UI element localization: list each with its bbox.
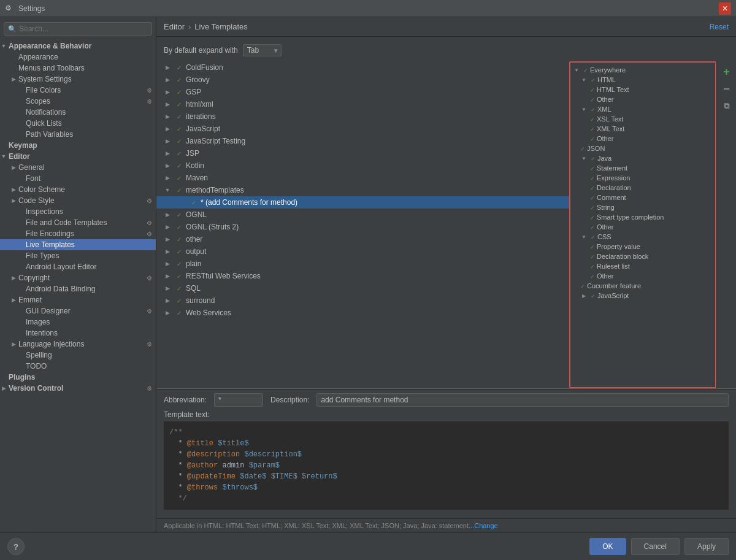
sidebar-item-font[interactable]: Font	[0, 173, 156, 184]
copy-template-button[interactable]: ⧉	[719, 98, 735, 114]
ap-css[interactable]: CSS	[570, 232, 715, 242]
checkbox-icon[interactable]	[190, 198, 198, 207]
ap-checkbox[interactable]	[590, 96, 595, 103]
ap-checkbox[interactable]	[590, 263, 595, 270]
sidebar-item-intentions[interactable]: Intentions	[0, 328, 156, 339]
checkbox-icon[interactable]	[175, 210, 183, 219]
checkbox-icon[interactable]	[175, 174, 183, 182]
search-box[interactable]: 🔍	[4, 22, 152, 36]
ap-checkbox[interactable]	[590, 204, 595, 211]
ap-xsl-text[interactable]: XSL Text	[570, 114, 715, 124]
ap-checkbox[interactable]	[580, 145, 585, 152]
sidebar-item-spelling[interactable]: Spelling	[0, 350, 156, 361]
ap-checkbox[interactable]	[590, 272, 595, 280]
ap-java-other[interactable]: Other	[570, 222, 715, 232]
checkbox-icon[interactable]	[175, 296, 183, 305]
sidebar-item-general[interactable]: General	[0, 162, 156, 173]
cancel-button[interactable]: Cancel	[631, 538, 680, 555]
sidebar-item-plugins[interactable]: Plugins	[0, 372, 156, 383]
ap-checkbox[interactable]	[590, 223, 595, 231]
sidebar-item-menus-toolbars[interactable]: Menus and Toolbars	[0, 63, 156, 74]
checkbox-icon[interactable]	[175, 272, 183, 280]
ap-cucumber[interactable]: Cucumber feature	[570, 281, 715, 291]
sidebar-item-appearance[interactable]: Appearance	[0, 52, 156, 63]
ap-expression[interactable]: Expression	[570, 173, 715, 183]
checkbox-icon[interactable]	[175, 309, 183, 317]
sidebar-item-code-style[interactable]: Code Style ⚙	[0, 195, 156, 206]
checkbox-icon[interactable]	[175, 75, 183, 84]
sidebar-item-appearance-behavior[interactable]: Appearance & Behavior	[0, 40, 156, 52]
sidebar-item-inspections[interactable]: Inspections	[0, 206, 156, 217]
sidebar-item-editor[interactable]: Editor	[0, 151, 156, 162]
ap-xml-other[interactable]: Other	[570, 134, 715, 144]
checkbox-icon[interactable]	[175, 247, 183, 256]
checkbox-icon[interactable]	[175, 63, 183, 72]
sidebar-item-emmet[interactable]: Emmet	[0, 294, 156, 305]
ap-checkbox[interactable]	[583, 66, 588, 74]
ap-checkbox[interactable]	[591, 105, 596, 113]
ap-html-other[interactable]: Other	[570, 94, 715, 104]
checkbox-icon[interactable]	[175, 137, 183, 145]
checkbox-icon[interactable]	[175, 235, 183, 244]
sidebar-item-live-templates[interactable]: Live Templates	[0, 239, 156, 250]
ap-checkbox[interactable]	[590, 253, 595, 260]
ap-checkbox[interactable]	[591, 292, 596, 299]
apply-button[interactable]: Apply	[684, 538, 729, 555]
sidebar-item-notifications[interactable]: Notifications	[0, 107, 156, 118]
ap-json[interactable]: JSON	[570, 144, 715, 153]
checkbox-icon[interactable]	[175, 284, 183, 293]
change-link[interactable]: ...Change	[469, 522, 498, 529]
sidebar-item-system-settings[interactable]: System Settings	[0, 74, 156, 85]
ok-button[interactable]: OK	[589, 538, 626, 555]
ap-javascript[interactable]: JavaScript	[570, 291, 715, 301]
expand-select-wrapper[interactable]: Tab Enter Space ▼	[243, 44, 282, 56]
sidebar-item-file-code-templates[interactable]: File and Code Templates ⚙	[0, 217, 156, 228]
expand-select[interactable]: Tab Enter Space	[243, 44, 282, 56]
sidebar-item-file-encodings[interactable]: File Encodings ⚙	[0, 228, 156, 239]
ap-checkbox[interactable]	[590, 86, 595, 93]
close-button[interactable]: ✕	[719, 2, 731, 15]
checkbox-icon[interactable]	[175, 125, 183, 133]
ap-html[interactable]: HTML	[570, 75, 715, 85]
sidebar-item-quick-lists[interactable]: Quick Lists	[0, 118, 156, 129]
sidebar-item-path-variables[interactable]: Path Variables	[0, 129, 156, 140]
ap-checkbox[interactable]	[590, 243, 595, 250]
checkbox-icon[interactable]	[175, 149, 183, 158]
checkbox-icon[interactable]	[175, 259, 183, 268]
ap-ruleset-list[interactable]: Ruleset list	[570, 261, 715, 271]
ap-checkbox[interactable]	[590, 115, 595, 123]
checkbox-icon[interactable]	[175, 186, 183, 194]
sidebar-item-scopes[interactable]: Scopes ⚙	[0, 96, 156, 107]
checkbox-icon[interactable]	[175, 161, 183, 170]
reset-button[interactable]: Reset	[710, 23, 729, 31]
ap-checkbox[interactable]	[590, 184, 595, 191]
ap-statement[interactable]: Statement	[570, 163, 715, 173]
ap-java[interactable]: Java	[570, 153, 715, 163]
ap-css-other[interactable]: Other	[570, 271, 715, 281]
sidebar-item-language-injections[interactable]: Language Injections ⚙	[0, 339, 156, 350]
checkbox-icon[interactable]	[175, 223, 183, 231]
ap-checkbox[interactable]	[590, 125, 595, 132]
ap-html-text[interactable]: HTML Text	[570, 85, 715, 94]
ap-checkbox[interactable]	[591, 76, 596, 83]
ap-checkbox[interactable]	[591, 155, 596, 162]
ap-comment[interactable]: Comment	[570, 193, 715, 202]
ap-checkbox[interactable]	[590, 213, 595, 221]
ap-xml[interactable]: XML	[570, 104, 715, 114]
sidebar-item-version-control[interactable]: Version Control ⚙	[0, 383, 156, 394]
ap-checkbox[interactable]	[591, 233, 596, 240]
sidebar-item-file-types[interactable]: File Types	[0, 250, 156, 261]
sidebar-item-gui-designer[interactable]: GUI Designer ⚙	[0, 305, 156, 316]
ap-smart-type[interactable]: Smart type completion	[570, 212, 715, 222]
ap-property-value[interactable]: Property value	[570, 242, 715, 251]
sidebar-item-android-data-binding[interactable]: Android Data Binding	[0, 283, 156, 294]
add-template-button[interactable]: +	[719, 64, 735, 80]
ap-declaration[interactable]: Declaration	[570, 183, 715, 193]
sidebar-item-file-colors[interactable]: File Colors ⚙	[0, 85, 156, 96]
search-input[interactable]	[19, 25, 148, 33]
ap-checkbox[interactable]	[590, 174, 595, 182]
ap-everywhere[interactable]: Everywhere	[570, 65, 715, 75]
description-input[interactable]	[316, 393, 729, 407]
sidebar-item-keymap[interactable]: Keymap	[0, 140, 156, 151]
template-text-area[interactable]: /** * @title $title$ * @description $des…	[164, 421, 729, 510]
